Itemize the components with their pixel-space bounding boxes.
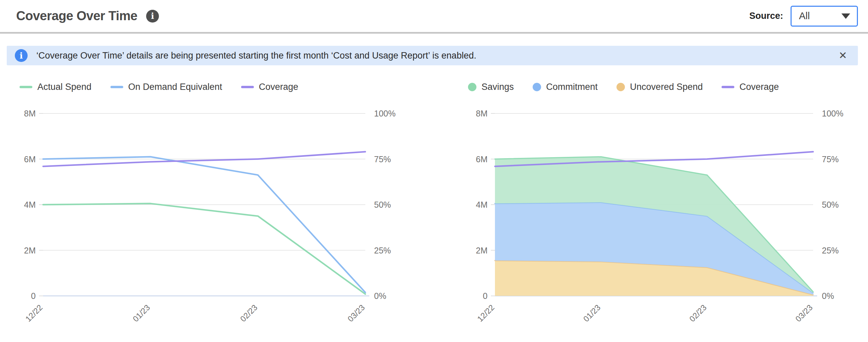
y-axis-label-left: 0 <box>31 291 36 301</box>
y-axis-label-right: 50% <box>374 200 391 209</box>
source-dropdown[interactable]: All <box>790 6 858 27</box>
y-axis-label-right: 100% <box>374 109 396 118</box>
legend-label: Actual Spend <box>37 82 92 92</box>
x-axis-label: 03/23 <box>346 303 367 323</box>
coverage-area-chart[interactable]: 00%2M25%4M50%6M75%8M100%12/2201/2302/230… <box>432 98 858 337</box>
on-demand-equivalent-swatch <box>111 86 123 88</box>
x-axis-label: 01/23 <box>131 303 152 323</box>
y-axis-label-left: 4M <box>24 200 36 209</box>
legend-label: Coverage <box>739 82 779 92</box>
info-banner: i ‘Coverage Over Time’ details are being… <box>7 46 858 65</box>
line-actual-spend <box>43 204 365 294</box>
charts-row: Actual SpendOn Demand EquivalentCoverage… <box>7 75 858 337</box>
legend-item-on-demand-equivalent[interactable]: On Demand Equivalent <box>111 82 222 92</box>
page-title: Coverage Over Time <box>16 9 137 23</box>
info-icon-glyph: i <box>151 12 154 20</box>
savings-swatch <box>468 83 476 91</box>
coverage-over-time-page: Coverage Over Time i Source: All i ‘Cove… <box>0 0 868 337</box>
commitment-swatch <box>533 83 541 91</box>
y-axis-label-right: 75% <box>822 155 839 164</box>
y-axis-label-right: 25% <box>822 246 839 255</box>
spend-line-chart-panel: Actual SpendOn Demand EquivalentCoverage… <box>7 75 432 337</box>
x-axis-label: 03/23 <box>794 303 814 323</box>
coverage-swatch <box>241 86 254 88</box>
source-label: Source: <box>749 11 783 21</box>
source-dropdown-value: All <box>799 10 810 22</box>
y-axis-label-left: 2M <box>476 246 488 255</box>
legend-item-commitment[interactable]: Commitment <box>533 82 598 92</box>
legend-item-coverage[interactable]: Coverage <box>241 82 298 92</box>
y-axis-label-right: 100% <box>822 109 843 118</box>
y-axis-label-left: 2M <box>24 246 36 255</box>
line-on-demand-equivalent <box>43 157 365 292</box>
legend-item-coverage[interactable]: Coverage <box>721 82 779 92</box>
y-axis-label-right: 0% <box>822 291 834 301</box>
banner-text: ‘Coverage Over Time’ details are being p… <box>36 51 476 61</box>
spend-line-chart[interactable]: 00%2M25%4M50%6M75%8M100%12/2201/2302/230… <box>7 98 432 337</box>
legend-label: Coverage <box>259 82 298 92</box>
x-axis-label: 02/23 <box>238 303 259 323</box>
x-axis-label: 02/23 <box>687 303 708 323</box>
x-axis-label: 12/22 <box>475 303 496 323</box>
area-chart-legend: SavingsCommitmentUncovered SpendCoverage <box>432 75 858 98</box>
banner-info-icon-glyph: i <box>20 52 23 60</box>
y-axis-label-left: 6M <box>476 155 488 164</box>
legend-item-savings[interactable]: Savings <box>468 82 514 92</box>
close-icon[interactable]: ✕ <box>837 49 848 62</box>
line-chart-legend: Actual SpendOn Demand EquivalentCoverage <box>7 75 432 98</box>
x-axis-label: 01/23 <box>582 303 602 323</box>
y-axis-label-left: 6M <box>24 155 36 164</box>
actual-spend-swatch <box>20 86 32 88</box>
y-axis-label-right: 75% <box>374 155 391 164</box>
legend-item-actual-spend[interactable]: Actual Spend <box>20 82 92 92</box>
page-header: Coverage Over Time i Source: All <box>0 0 868 34</box>
x-axis-label: 12/22 <box>24 303 44 323</box>
info-icon[interactable]: i <box>146 10 159 23</box>
title-wrap: Coverage Over Time i <box>16 9 159 23</box>
legend-item-uncovered-spend[interactable]: Uncovered Spend <box>617 82 703 92</box>
y-axis-label-right: 50% <box>822 200 839 209</box>
y-axis-label-left: 8M <box>476 109 488 118</box>
y-axis-label-right: 0% <box>374 291 386 301</box>
chevron-down-icon <box>841 13 850 19</box>
legend-label: Commitment <box>546 82 598 92</box>
source-filter: Source: All <box>749 6 858 27</box>
legend-label: On Demand Equivalent <box>128 82 222 92</box>
uncovered-spend-swatch <box>617 83 625 91</box>
banner-info-icon: i <box>15 49 28 62</box>
y-axis-label-right: 25% <box>374 246 391 255</box>
y-axis-label-left: 8M <box>24 109 36 118</box>
y-axis-label-left: 4M <box>476 200 488 209</box>
legend-label: Uncovered Spend <box>630 82 703 92</box>
y-axis-label-left: 0 <box>483 291 488 301</box>
coverage-area-chart-panel: SavingsCommitmentUncovered SpendCoverage… <box>432 75 858 337</box>
coverage-swatch <box>721 86 734 88</box>
legend-label: Savings <box>482 82 514 92</box>
